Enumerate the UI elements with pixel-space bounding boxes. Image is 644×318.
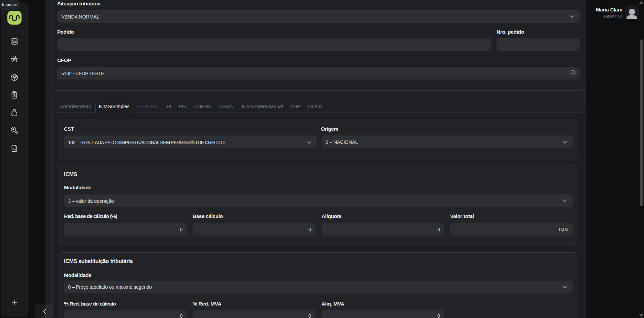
svg-text:$: $ (13, 93, 15, 97)
